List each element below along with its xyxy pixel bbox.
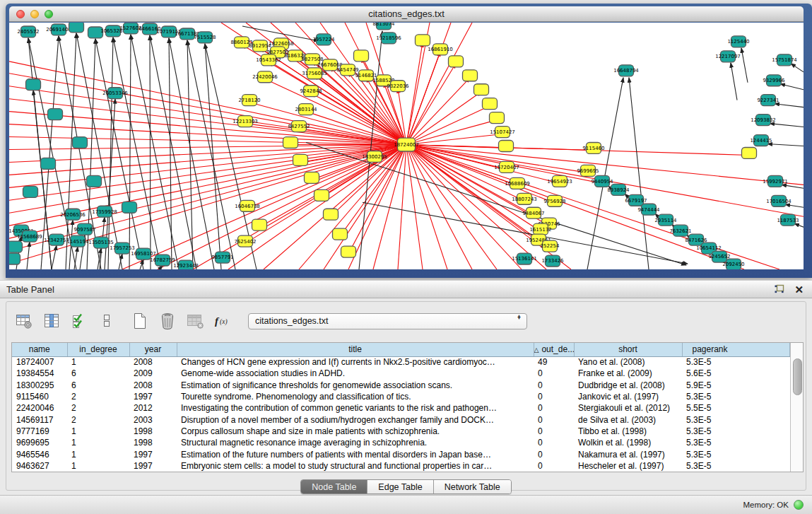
- svg-text:19654923: 19654923: [547, 179, 572, 185]
- graph-node[interactable]: 2803144: [295, 104, 317, 115]
- table-row[interactable]: 1830029562008Estimation of significance …: [12, 380, 789, 391]
- table-row[interactable]: 1938455462009Genome-wide association stu…: [12, 368, 789, 379]
- column-header-pagerank[interactable]: pagerank: [682, 343, 789, 356]
- graph-node[interactable]: [324, 209, 339, 220]
- graph-node[interactable]: [87, 175, 102, 187]
- graph-node[interactable]: [483, 98, 498, 110]
- graph-node[interactable]: [314, 189, 329, 201]
- graph-node[interactable]: 7957224: [312, 34, 335, 45]
- graph-node[interactable]: [490, 112, 505, 124]
- graph-node[interactable]: [9, 253, 20, 264]
- graph-node[interactable]: [122, 201, 137, 213]
- graph-node[interactable]: 19218596: [376, 33, 401, 44]
- table-row[interactable]: 2242004622012Investigating the contribut…: [12, 402, 789, 414]
- graph-node[interactable]: [463, 70, 478, 81]
- graph-node[interactable]: 15751874: [772, 54, 797, 66]
- graph-node[interactable]: 12217097: [715, 51, 741, 62]
- graph-node[interactable]: 18724007: [394, 138, 419, 151]
- tab-node-table[interactable]: Node Table: [301, 480, 367, 493]
- graph-node[interactable]: 9115460: [582, 143, 604, 154]
- graph-node[interactable]: 10688609: [505, 177, 530, 189]
- graph-node[interactable]: [48, 109, 63, 120]
- table-selector-dropdown[interactable]: citations_edges.txt ▲▼: [248, 313, 527, 329]
- column-header-year[interactable]: year: [129, 343, 177, 356]
- graph-node[interactable]: 9440954: [591, 175, 613, 187]
- graph-node[interactable]: 9857791: [211, 252, 233, 263]
- network-canvas[interactable]: 2405572206914061065328715276026466160107…: [9, 23, 804, 269]
- column-header-out_de[interactable]: △out_de...: [534, 343, 574, 356]
- column-header-name[interactable]: name: [12, 343, 67, 356]
- table-row[interactable]: 977716911998Corpus callosum shape and si…: [12, 426, 789, 437]
- graph-node[interactable]: [341, 246, 356, 257]
- table-row[interactable]: 1872400712008Changes of HCN gene express…: [12, 356, 789, 368]
- graph-node[interactable]: 15720407: [494, 161, 519, 173]
- graph-node[interactable]: 2935114: [654, 214, 677, 226]
- table-row[interactable]: 911546021997Tourette syndrome. Phenomeno…: [12, 391, 789, 402]
- svg-text:7625402: 7625402: [234, 239, 256, 245]
- graph-node[interactable]: [26, 79, 41, 90]
- table-row[interactable]: 1456911722003Disruption of a novel membe…: [12, 414, 789, 425]
- graph-node[interactable]: [474, 84, 489, 95]
- tab-network-table[interactable]: Network Table: [434, 480, 511, 493]
- graph-node[interactable]: [354, 50, 369, 62]
- new-table-icon[interactable]: [129, 310, 151, 332]
- graph-node[interactable]: [73, 137, 88, 148]
- graph-node[interactable]: [742, 147, 757, 158]
- graph-node[interactable]: 15107427: [490, 127, 515, 138]
- graph-node[interactable]: [449, 56, 464, 67]
- graph-node[interactable]: [293, 154, 308, 165]
- window-title: citations_edges.txt: [9, 8, 804, 19]
- memory-ok-icon[interactable]: [794, 500, 804, 510]
- graph-node[interactable]: 19654923: [547, 175, 572, 187]
- float-panel-icon[interactable]: [774, 284, 784, 294]
- tab-edge-table[interactable]: Edge Table: [367, 480, 433, 493]
- scrollbar-thumb[interactable]: [793, 358, 802, 395]
- graph-node[interactable]: [305, 172, 319, 183]
- svg-text:1733426: 1733426: [541, 258, 563, 264]
- graph-node[interactable]: 1733426: [541, 255, 563, 267]
- window-titlebar[interactable]: citations_edges.txt: [9, 6, 804, 22]
- graph-node[interactable]: 16648794: [613, 65, 639, 76]
- graph-node[interactable]: 20691406: [46, 24, 71, 35]
- function-builder-icon[interactable]: f (x): [212, 310, 233, 332]
- column-header-short[interactable]: short: [574, 343, 682, 356]
- graph-node[interactable]: 16046738: [235, 200, 260, 211]
- svg-text:2718120: 2718120: [238, 98, 260, 103]
- graph-node[interactable]: [41, 158, 56, 169]
- graph-node[interactable]: 9699695: [577, 165, 599, 176]
- table-row[interactable]: 946362711997Embryonic stem cells: a mode…: [12, 460, 789, 472]
- svg-text:2405572: 2405572: [17, 29, 39, 35]
- graph-node[interactable]: 22420046: [252, 71, 278, 83]
- table-row[interactable]: 969969511998Structural magnetic resonanc…: [12, 437, 789, 448]
- row-selection-icon[interactable]: [96, 310, 117, 332]
- graph-node[interactable]: 252254: [541, 240, 560, 252]
- graph-node[interactable]: 7632621: [669, 225, 691, 236]
- close-panel-icon[interactable]: ✕: [794, 284, 804, 295]
- graph-node[interactable]: 9484067: [522, 207, 544, 218]
- column-visibility-icon[interactable]: [41, 310, 62, 332]
- graph-node[interactable]: 16861910: [428, 44, 453, 55]
- graph-node[interactable]: [252, 219, 267, 230]
- column-header-title[interactable]: title: [177, 343, 534, 356]
- status-bar: Memory: OK: [0, 495, 812, 514]
- graph-node[interactable]: 1125440: [727, 36, 749, 47]
- graph-node[interactable]: [283, 137, 298, 148]
- import-table-icon[interactable]: [184, 310, 206, 332]
- table-row[interactable]: 946554611997Estimation of the future num…: [12, 448, 789, 460]
- table-options-icon[interactable]: [13, 310, 35, 332]
- select-columns-icon[interactable]: [69, 310, 90, 332]
- graph-node[interactable]: [333, 228, 348, 240]
- column-header-in_degree[interactable]: in_degree: [67, 343, 129, 356]
- graph-node[interactable]: [69, 23, 84, 33]
- graph-node[interactable]: 2405572: [17, 26, 39, 37]
- graph-node[interactable]: 8938924: [607, 184, 630, 195]
- graph-node[interactable]: [23, 186, 38, 197]
- table-scrollbar[interactable]: [790, 343, 804, 472]
- graph-node[interactable]: 8813074: [372, 23, 395, 30]
- graph-node[interactable]: [9, 241, 23, 252]
- delete-table-icon[interactable]: [157, 310, 178, 332]
- graph-node[interactable]: [416, 35, 430, 46]
- svg-text:1125440: 1125440: [727, 39, 749, 45]
- graph-node[interactable]: [499, 141, 514, 152]
- graph-node[interactable]: 7625402: [234, 235, 256, 247]
